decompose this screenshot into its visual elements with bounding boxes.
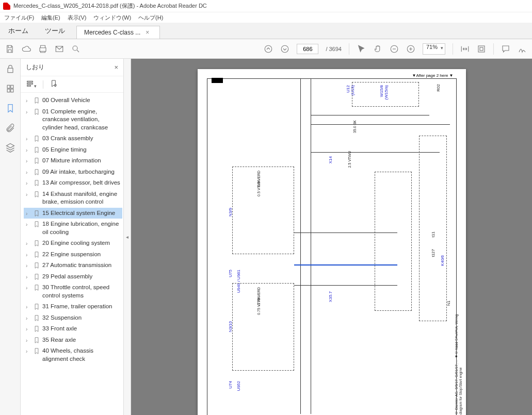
bookmark-item[interactable]: ›29 Pedal assembly [24, 271, 122, 283]
chevron-right-icon[interactable]: › [26, 220, 31, 228]
chevron-right-icon[interactable]: › [26, 179, 31, 187]
page-footer-annotation: © Daimler AG, 3/9/17, G/01/17, ... ■ ©Xᴏ… [455, 301, 462, 414]
bookmarks-panel: しおり × ▾ ›00 Overall Vehicle›01 Complete … [21, 59, 124, 415]
bookmark-label: 29 Pedal assembly [42, 273, 120, 281]
bookmark-item[interactable]: ›05 Engine timing [24, 144, 122, 156]
bookmark-icon [33, 240, 40, 247]
mail-icon[interactable] [55, 44, 64, 54]
tab-close-icon[interactable]: × [146, 29, 149, 36]
bookmark-item[interactable]: ›33 Front axle [24, 323, 122, 335]
bookmark-item[interactable]: ›35 Rear axle [24, 335, 122, 346]
bookmark-item[interactable]: ›40 Wheels, chassis alignment check [24, 345, 122, 364]
svg-rect-10 [7, 89, 10, 92]
bookmark-label: 00 Overall Vehicle [42, 96, 120, 105]
bookmark-item[interactable]: ›22 Engine suspension [24, 249, 122, 260]
chevron-right-icon[interactable]: › [26, 284, 31, 292]
tab-home[interactable]: ホーム [0, 23, 37, 39]
bookmark-icon [33, 169, 40, 176]
bookmark-item[interactable]: ›15 Electrical system Engine [24, 208, 122, 219]
bookmark-item[interactable]: ›09 Air intake, turbocharging [24, 167, 122, 178]
hand-icon[interactable] [373, 44, 382, 54]
bookmarks-tree[interactable]: ›00 Overall Vehicle›01 Complete engine, … [21, 93, 123, 415]
menu-view[interactable]: 表示(V) [68, 14, 87, 22]
sign-icon[interactable] [518, 44, 527, 54]
bookmarks-options-icon[interactable]: ▾ [26, 79, 37, 89]
chevron-right-icon[interactable]: › [26, 146, 31, 154]
titlebar: Mercedes_C-class_W205_2014-2018.pdf (保護)… [0, 0, 532, 12]
chevron-right-icon[interactable]: › [26, 108, 31, 116]
bookmark-item[interactable]: ›07 Mixture information [24, 155, 122, 167]
chevron-right-icon[interactable]: › [26, 209, 31, 218]
document-viewer[interactable]: ▼After page 2 here ▼ U12 (U13) W15/8 (W1… [131, 59, 532, 415]
bookmark-icon [33, 135, 40, 142]
chevron-left-icon: ◂ [126, 234, 128, 240]
fit-page-icon[interactable] [477, 44, 486, 54]
save-icon[interactable] [5, 44, 14, 54]
toolbar: / 3694 71% [0, 39, 532, 59]
bookmark-icon [33, 325, 40, 333]
tab-document[interactable]: Mercedes C-class ... × [76, 26, 160, 39]
rail-thumbnails-icon[interactable] [5, 84, 15, 94]
chevron-right-icon[interactable]: › [26, 157, 31, 165]
bookmark-item[interactable]: ›27 Automatic transmission [24, 260, 122, 271]
chevron-right-icon[interactable]: › [26, 336, 31, 344]
chevron-right-icon[interactable]: › [26, 314, 31, 322]
bookmark-item[interactable]: ›31 Frame, trailer operation [24, 301, 122, 312]
bookmark-label: 32 Suspension [42, 314, 120, 322]
bookmark-item[interactable]: ›01 Complete engine, crankcase ventilati… [24, 106, 122, 134]
bookmarks-close-icon[interactable]: × [114, 63, 118, 71]
fit-width-icon[interactable] [460, 44, 470, 54]
pointer-icon[interactable] [357, 44, 366, 54]
chevron-right-icon[interactable]: › [26, 168, 31, 176]
bookmark-item[interactable]: ›20 Engine cooling system [24, 238, 122, 249]
comment-icon[interactable] [501, 44, 510, 54]
chevron-right-icon[interactable]: › [26, 325, 31, 333]
page-up-icon[interactable] [264, 44, 273, 54]
bookmark-item[interactable]: ›00 Overall Vehicle [24, 95, 122, 106]
chevron-right-icon[interactable]: › [26, 273, 31, 281]
bookmark-icon [33, 251, 40, 258]
bookmark-item[interactable]: ›18 Engine lubrication, engine oil cooli… [24, 219, 122, 238]
bookmark-item[interactable]: ›32 Suspension [24, 312, 122, 324]
rail-lock-icon[interactable] [5, 64, 15, 74]
zoom-out-icon[interactable] [390, 44, 399, 54]
main-area: しおり × ▾ ›00 Overall Vehicle›01 Complete … [0, 59, 532, 415]
svg-rect-7 [8, 68, 13, 72]
zoom-in-icon[interactable] [406, 44, 415, 54]
bookmark-item[interactable]: ›03 Crank assembly [24, 133, 122, 144]
chevron-right-icon[interactable]: › [26, 251, 31, 259]
bookmark-item[interactable]: ›14 Exhaust manifold, engine brake, emis… [24, 189, 122, 208]
bookmark-item[interactable]: ›30 Throttle control, speed control syst… [24, 282, 122, 301]
chevron-right-icon[interactable]: › [26, 303, 31, 311]
search-icon[interactable] [71, 44, 80, 54]
page-down-icon[interactable] [280, 44, 289, 54]
bookmark-item[interactable]: ›13 Air compressor, belt drives [24, 177, 122, 189]
chevron-right-icon[interactable]: › [26, 261, 31, 270]
bookmark-icon [33, 262, 40, 269]
bookmark-label: 03 Crank assembly [42, 135, 120, 143]
tab-bar: ホーム ツール Mercedes C-class ... × [0, 23, 532, 39]
menu-file[interactable]: ファイル(F) [4, 14, 34, 22]
print-icon[interactable] [38, 44, 47, 54]
sidebar-collapse-handle[interactable]: ◂ [124, 59, 131, 415]
page-count: / 3694 [326, 46, 342, 52]
page-number-input[interactable] [297, 44, 318, 54]
chevron-right-icon[interactable]: › [26, 347, 31, 355]
bookmark-label: 07 Mixture information [42, 157, 120, 165]
chevron-right-icon[interactable]: › [26, 190, 31, 198]
chevron-right-icon[interactable]: › [26, 96, 31, 105]
tab-tools[interactable]: ツール [37, 23, 73, 39]
menu-help[interactable]: ヘルプ(H) [138, 14, 163, 22]
bookmark-icon [33, 284, 40, 291]
rail-bookmarks-icon[interactable] [5, 103, 15, 113]
cloud-icon[interactable] [22, 44, 31, 54]
rail-attachments-icon[interactable] [5, 123, 15, 133]
zoom-select[interactable]: 71% [423, 43, 445, 55]
menu-window[interactable]: ウィンドウ(W) [93, 14, 131, 22]
bookmark-icon [33, 191, 40, 198]
menu-edit[interactable]: 編集(E) [41, 14, 60, 22]
rail-layers-icon[interactable] [5, 142, 15, 153]
chevron-right-icon[interactable]: › [26, 239, 31, 247]
chevron-right-icon[interactable]: › [26, 135, 31, 143]
bookmarks-find-icon[interactable] [50, 79, 58, 89]
